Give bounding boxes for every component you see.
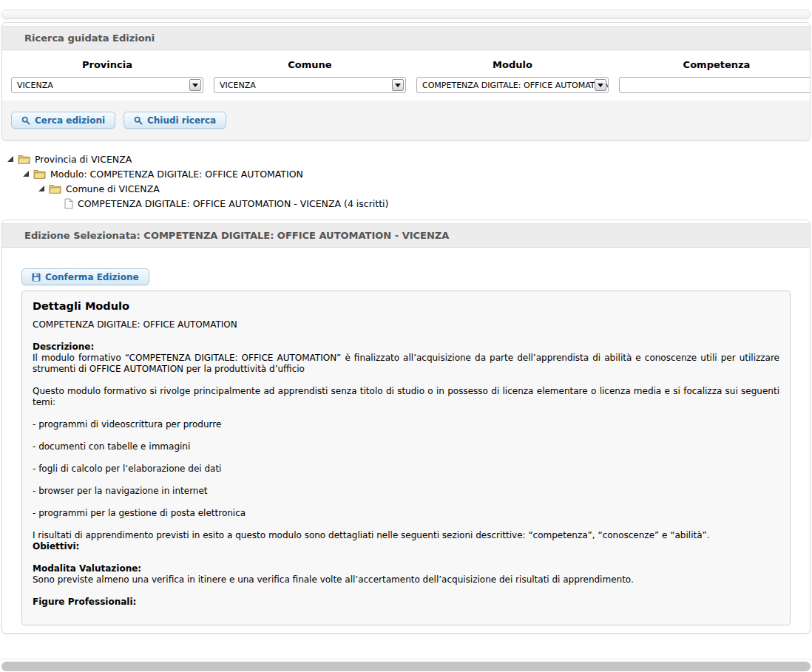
modulo-field: Modulo COMPETENZA DIGITALE: OFFICE AUTOM… [416,59,609,93]
provincia-label: Provincia [11,59,203,70]
details-body: COMPETENZA DIGITALE: OFFICE AUTOMATIONDe… [33,319,779,608]
details-text: - programmi di videoscrittura per produr… [33,419,779,430]
expand-icon[interactable] [38,186,44,191]
folder-icon [33,169,46,179]
edition-tree: Provincia di VICENZA Modulo: COMPETENZA … [4,152,812,211]
expand-icon[interactable] [23,171,29,177]
details-text: - programmi per la gestione di posta ele… [33,508,779,519]
search-actions: Cerca edizioni Chiudi ricerca [2,101,810,140]
collapsed-panel-bar[interactable] [1,10,811,18]
expand-icon[interactable] [7,156,13,162]
search-panel-header: Ricerca guidata Edizioni [2,26,810,50]
tree-node-comune[interactable]: Comune di VICENZA [4,181,812,196]
details-text: - documenti con tabelle e immagini [33,441,779,452]
tree-node-label: COMPETENZA DIGITALE: OFFICE AUTOMATION -… [78,198,388,209]
provincia-field: Provincia VICENZA [11,59,203,93]
details-paragraph: Descrizione:Il modulo formativo “COMPETE… [33,342,779,375]
chiudi-ricerca-label: Chiudi ricerca [147,115,216,126]
provincia-select[interactable]: VICENZA [11,77,203,93]
search-form: Provincia VICENZA Comune VICENZA Modulo … [2,50,810,101]
modulo-select[interactable]: COMPETENZA DIGITALE: OFFICE AUTOMATION [416,77,609,93]
search-panel: Ricerca guidata Edizioni Provincia VICEN… [1,22,811,140]
comune-label: Comune [214,59,406,70]
tree-node-label: Modulo: COMPETENZA DIGITALE: OFFICE AUTO… [50,169,303,180]
comune-field: Comune VICENZA [214,59,406,93]
cerca-edizioni-button[interactable]: Cerca edizioni [11,112,115,129]
modulo-value: COMPETENZA DIGITALE: OFFICE AUTOMATION [422,81,609,90]
details-section-label: Modalita Valutazione: [33,563,779,574]
details-text: Sono previste almeno una verifica in iti… [33,574,779,586]
edition-panel-header: Edizione Selezionata: COMPETENZA DIGITAL… [2,223,810,248]
tree-node-modulo[interactable]: Modulo: COMPETENZA DIGITALE: OFFICE AUTO… [4,166,812,181]
details-text: I risultati di apprendimento previsti in… [33,530,779,541]
competenza-field: Competenza [619,59,811,93]
details-paragraph: Figure Professionali: [33,597,779,608]
competenza-input[interactable] [619,77,811,93]
details-paragraph: - browser per la navigazione in internet [33,486,779,497]
details-paragraph: Questo modulo formativo si rivolge princ… [33,386,779,408]
edition-panel-title: Edizione Selezionata: COMPETENZA DIGITAL… [24,230,449,241]
tree-node-label: Comune di VICENZA [66,183,160,194]
page-footer [0,659,812,672]
search-icon [21,116,30,125]
chevron-down-icon[interactable] [392,79,404,91]
details-text: - fogli di calcolo per l’elaborazione de… [33,464,779,475]
details-section-label: Obiettivi: [33,541,779,552]
details-text: - browser per la navigazione in internet [33,486,779,497]
folder-icon [18,155,30,164]
cerca-edizioni-label: Cerca edizioni [35,115,105,126]
tree-node-edizione[interactable]: COMPETENZA DIGITALE: OFFICE AUTOMATION -… [4,196,812,211]
details-paragraph: - documenti con tabelle e immagini [33,441,779,452]
edition-panel: Edizione Selezionata: COMPETENZA DIGITAL… [1,220,811,634]
details-paragraph: I risultati di apprendimento previsti in… [33,530,779,552]
details-paragraph: COMPETENZA DIGITALE: OFFICE AUTOMATION [33,319,779,330]
details-paragraph: Modalita Valutazione:Sono previste almen… [33,563,779,586]
comune-value: VICENZA [220,81,256,90]
search-panel-title: Ricerca guidata Edizioni [24,33,155,44]
tree-node-provincia[interactable]: Provincia di VICENZA [4,152,812,166]
details-section-label: Figure Professionali: [33,597,779,608]
details-section-label: Descrizione: [33,342,779,353]
footer-divider [0,659,812,659]
save-icon [32,273,41,282]
tree-node-label: Provincia di VICENZA [35,154,132,165]
conferma-edizione-label: Conferma Edizione [45,272,139,282]
module-details-box: Dettagli Modulo COMPETENZA DIGITALE: OFF… [21,291,791,625]
conferma-edizione-button[interactable]: Conferma Edizione [21,268,149,285]
details-title: Dettagli Modulo [33,300,779,312]
chiudi-ricerca-button[interactable]: Chiudi ricerca [124,112,226,129]
competenza-label: Competenza [619,59,811,70]
edition-body: Conferma Edizione Dettagli Modulo COMPET… [2,248,810,633]
horizontal-scrollbar[interactable] [1,662,811,671]
details-paragraph: - fogli di calcolo per l’elaborazione de… [33,464,779,475]
comune-select[interactable]: VICENZA [214,77,406,93]
provincia-value: VICENZA [17,81,53,90]
details-text: Questo modulo formativo si rivolge princ… [33,386,779,408]
search-icon [134,116,143,125]
details-text: Il modulo formativo “COMPETENZA DIGITALE… [33,353,779,375]
details-paragraph: - programmi per la gestione di posta ele… [33,508,779,519]
chevron-down-icon[interactable] [595,79,606,91]
document-icon [64,198,73,209]
details-text: COMPETENZA DIGITALE: OFFICE AUTOMATION [33,319,779,330]
details-paragraph: - programmi di videoscrittura per produr… [33,419,779,430]
folder-icon [49,184,61,194]
chevron-down-icon[interactable] [189,79,201,91]
modulo-label: Modulo [416,59,609,70]
